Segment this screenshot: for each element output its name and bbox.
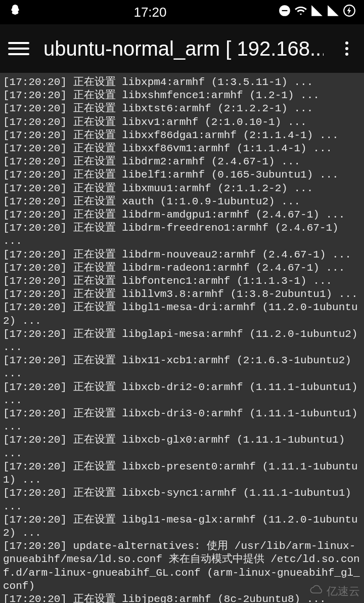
svg-rect-1	[282, 10, 288, 11]
qq-icon	[8, 4, 22, 21]
status-time: 17:20	[133, 5, 166, 20]
hamburger-icon[interactable]	[8, 38, 29, 59]
signal-icon	[327, 4, 340, 20]
app-bar: ubuntu-normal_arm [ 192.168...	[0, 24, 364, 73]
flash-circle-icon	[343, 4, 356, 20]
status-right	[278, 4, 356, 20]
minus-circle-icon	[278, 4, 291, 20]
signal-x-icon	[310, 4, 324, 20]
app-title: ubuntu-normal_arm [ 192.168...	[43, 37, 324, 60]
wifi-icon	[294, 4, 307, 20]
terminal-output[interactable]: [17:20:20] 正在设置 libxpm4:armhf (1:3.5.11-…	[0, 73, 364, 603]
status-left	[8, 4, 22, 21]
status-bar: 17:20	[0, 0, 364, 24]
kebab-icon[interactable]	[338, 39, 356, 58]
